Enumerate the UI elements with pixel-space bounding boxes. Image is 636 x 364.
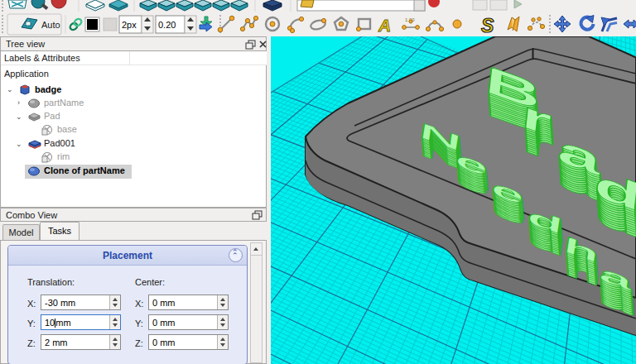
svg-text:2px: 2px xyxy=(122,20,137,30)
svg-text:0.20: 0.20 xyxy=(158,20,176,30)
svg-text:A: A xyxy=(378,16,391,35)
svg-text:Auto: Auto xyxy=(41,20,60,30)
svg-text:S: S xyxy=(481,15,494,36)
